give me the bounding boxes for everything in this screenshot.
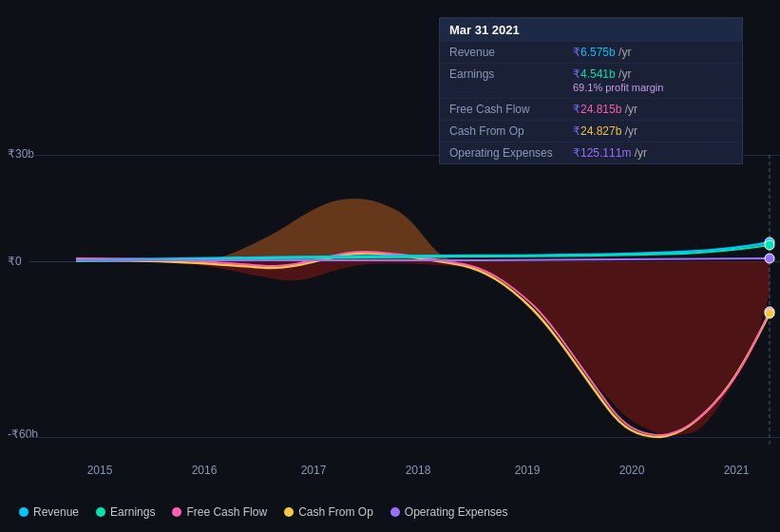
legend-fcf: Free Cash Flow: [172, 505, 267, 519]
legend-dot-fcf: [172, 507, 181, 517]
tooltip-row-fcf: Free Cash Flow ₹24.815b /yr: [440, 99, 742, 121]
tt-value-revenue: ₹6.575b /yr: [563, 42, 742, 64]
tt-label-fcf: Free Cash Flow: [440, 99, 563, 121]
tooltip-row-opex: Operating Expenses ₹125.111m /yr: [440, 142, 742, 164]
legend: Revenue Earnings Free Cash Flow Cash Fro…: [19, 505, 508, 519]
tt-label-opex: Operating Expenses: [440, 142, 563, 164]
legend-dot-revenue: [19, 507, 29, 517]
tooltip: Mar 31 2021 Revenue ₹6.575b /yr Earnings…: [439, 17, 743, 164]
tt-label-earnings: Earnings: [440, 64, 563, 99]
tt-value-cashfromop: ₹24.827b /yr: [563, 121, 742, 142]
tt-value-fcf: ₹24.815b /yr: [563, 99, 742, 121]
tooltip-row-cashfromop: Cash From Op ₹24.827b /yr: [440, 121, 742, 142]
tt-value-earnings: ₹4.541b /yr 69.1% profit margin: [563, 64, 742, 99]
tooltip-header: Mar 31 2021: [440, 18, 742, 42]
svg-point-5: [765, 309, 774, 318]
chart-container: Mar 31 2021 Revenue ₹6.575b /yr Earnings…: [0, 0, 780, 532]
tt-label-cashfromop: Cash From Op: [440, 121, 563, 142]
legend-label-revenue: Revenue: [33, 505, 79, 519]
x-label-2016: 2016: [192, 464, 218, 477]
tt-label-revenue: Revenue: [440, 42, 563, 64]
legend-revenue: Revenue: [19, 505, 79, 519]
legend-label-fcf: Free Cash Flow: [186, 505, 267, 519]
legend-dot-cashfromop: [284, 507, 294, 517]
legend-earnings: Earnings: [96, 505, 155, 519]
tooltip-row-revenue: Revenue ₹6.575b /yr: [440, 42, 742, 64]
legend-label-cashfromop: Cash From Op: [298, 505, 373, 519]
x-label-2020: 2020: [619, 464, 645, 477]
svg-point-3: [765, 240, 774, 250]
x-label-2018: 2018: [406, 464, 431, 477]
svg-point-6: [765, 254, 774, 263]
tooltip-table: Revenue ₹6.575b /yr Earnings ₹4.541b /yr…: [440, 42, 742, 163]
x-label-2021: 2021: [724, 464, 750, 477]
legend-label-opex: Operating Expenses: [405, 505, 508, 519]
x-label-2019: 2019: [515, 464, 541, 477]
x-label-2015: 2015: [87, 464, 113, 477]
legend-dot-earnings: [96, 507, 105, 517]
x-label-2017: 2017: [301, 464, 327, 477]
legend-opex: Operating Expenses: [390, 505, 508, 519]
legend-dot-opex: [390, 507, 400, 517]
tooltip-row-earnings: Earnings ₹4.541b /yr 69.1% profit margin: [440, 64, 742, 99]
legend-cashfromop: Cash From Op: [284, 505, 373, 519]
legend-label-earnings: Earnings: [110, 505, 155, 519]
tt-value-opex: ₹125.111m /yr: [563, 142, 742, 164]
